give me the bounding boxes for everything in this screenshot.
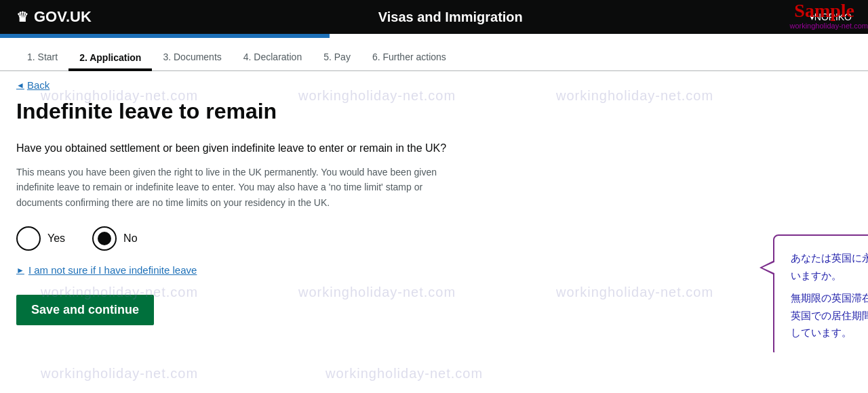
tooltip-line-1: あなたは英国に永住（無期限の滞在）する権利を与えられていますか。 <box>791 249 868 284</box>
content-wrapper: Indefinite leave to remain Have you obta… <box>0 99 868 352</box>
step-further-actions[interactable]: 6. Further actions <box>361 46 457 70</box>
question-label: Have you obtained settlement or been giv… <box>16 140 458 157</box>
step-pay[interactable]: 5. Pay <box>313 46 361 70</box>
step-declaration[interactable]: 4. Declaration <box>233 46 313 70</box>
header-title: Visas and Immigration <box>92 9 810 25</box>
sample-watermark: Sample <box>794 0 854 22</box>
expand-link[interactable]: ► I am not sure if I have indefinite lea… <box>16 264 458 276</box>
gov-logo[interactable]: ♛ GOV.UK <box>16 8 92 26</box>
expand-link-label: I am not sure if I have indefinite leave <box>28 264 197 276</box>
tooltip-line-2: 無期限の英国滞在許可を有し、「有効期限なし」刻印や、 英国での居住期間に期限がな… <box>791 289 868 342</box>
crown-icon: ♛ <box>16 9 28 25</box>
back-link[interactable]: ◄ Back <box>0 71 868 99</box>
main-content: Indefinite leave to remain Have you obta… <box>0 99 475 352</box>
page-title: Indefinite leave to remain <box>16 99 458 124</box>
step-start[interactable]: 1. Start <box>16 46 68 70</box>
radio-option-no[interactable]: No <box>92 226 137 251</box>
radio-group: Yes No <box>16 226 458 251</box>
radio-label-yes: Yes <box>47 232 65 245</box>
back-label: Back <box>27 79 50 91</box>
tooltip-box: あなたは英国に永住（無期限の滞在）する権利を与えられていますか。 無期限の英国滞… <box>773 234 868 352</box>
step-navigation: 1. Start 2. Application 3. Documents 4. … <box>0 38 868 71</box>
step-application[interactable]: 2. Application <box>68 47 152 71</box>
hint-text: This means you have been given the right… <box>16 165 458 210</box>
expand-arrow-icon: ► <box>16 266 24 275</box>
save-continue-button[interactable]: Save and continue <box>16 295 154 325</box>
radio-option-yes[interactable]: Yes <box>16 226 65 251</box>
back-arrow-icon: ◄ <box>16 81 24 90</box>
radio-circle-yes <box>16 226 41 251</box>
sample-sub: workingholiday-net.com <box>789 22 868 30</box>
step-documents[interactable]: 3. Documents <box>152 46 232 70</box>
radio-label-no: No <box>123 232 137 245</box>
header: ♛ GOV.UK Visas and Immigration ▾NORIKO S… <box>0 0 868 34</box>
logo-text: GOV.UK <box>34 8 92 26</box>
radio-circle-no <box>92 226 117 251</box>
